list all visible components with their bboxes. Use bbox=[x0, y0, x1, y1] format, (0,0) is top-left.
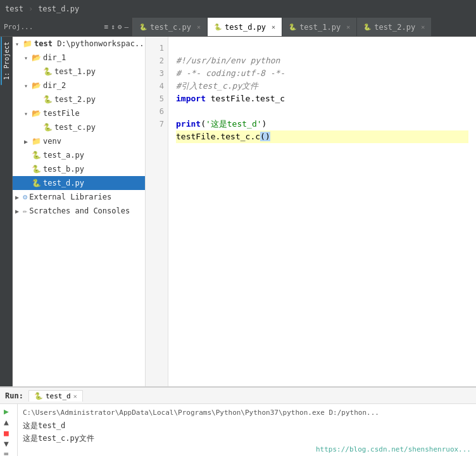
tab-label-test-c: test_c.py bbox=[150, 23, 191, 32]
arrow-scratches: ▶ bbox=[15, 208, 23, 215]
tree-label-ext-libs: External Libraries bbox=[29, 193, 111, 201]
folder-icon-dir-1: 📂 bbox=[32, 53, 41, 62]
tab-icon-test-1: 🐍 bbox=[289, 23, 296, 30]
tab-icon-test-d: 🐍 bbox=[214, 23, 222, 30]
run-stop-btn[interactable]: ■ bbox=[0, 428, 13, 438]
run-tab-icon: 🐍 bbox=[34, 392, 43, 400]
arrow-dir-2: ▾ bbox=[24, 82, 32, 89]
code-container: 1 2 3 4 5 6 7 #!/usr/bin/env python # -*… bbox=[146, 37, 476, 386]
tab-label-test-1: test_1.py bbox=[299, 23, 341, 32]
folder-icon-testfile: 📂 bbox=[32, 109, 41, 118]
run-output-line-1: 这是test_d bbox=[23, 419, 471, 432]
line-num-1: 1 bbox=[146, 42, 168, 54]
tree-item-dir-2[interactable]: ▾ 📂 dir_2 bbox=[13, 79, 145, 92]
arrow-venv: ▶ bbox=[24, 138, 32, 145]
py-icon-test-c: 🐍 bbox=[43, 123, 53, 132]
tree-item-ext-libs[interactable]: ▶ ⚙ External Libraries bbox=[13, 190, 145, 204]
arrow-testfile: ▾ bbox=[24, 110, 32, 117]
line-num-3: 3 bbox=[146, 67, 168, 80]
run-tab-close[interactable]: ✕ bbox=[73, 393, 77, 400]
run-panel-header: Run: 🐍 test_d ✕ bbox=[0, 388, 476, 404]
code-line-1: #!/usr/bin/env python bbox=[176, 56, 280, 65]
tree-item-test-a-py[interactable]: 🐍 test_a.py bbox=[13, 148, 145, 162]
code-line-4: import testFile.test_c bbox=[176, 94, 285, 103]
tabs-container: 🐍 test_c.py ✕ 🐍 test_d.py ✕ 🐍 test_1.py … bbox=[133, 18, 432, 36]
run-panel: Run: 🐍 test_d ✕ ▶ ▲ ■ ▼ ≡ C:\Users\Admin… bbox=[0, 386, 476, 456]
line-numbers: 1 2 3 4 5 6 7 bbox=[146, 37, 168, 386]
run-output-wrapper: C:\Users\Administrator\AppData\Local\Pro… bbox=[18, 404, 476, 456]
run-play-btn[interactable]: ▶ bbox=[0, 407, 13, 416]
tree-label-test-b-py: test_b.py bbox=[43, 165, 84, 174]
folder-icon-dir-2: 📂 bbox=[32, 81, 41, 90]
tree-label-test-root: test D:\pythonworkspac... bbox=[34, 39, 145, 48]
tab-test-2[interactable]: 🐍 test_2.py ✕ bbox=[357, 18, 432, 36]
tree-item-test-d-py[interactable]: 🐍 test_d.py bbox=[13, 176, 145, 190]
arrow-ext-libs: ▶ bbox=[15, 194, 23, 201]
top-bar: test › test_d.py bbox=[0, 0, 476, 18]
left-tab-bar: 1: Project bbox=[0, 37, 13, 386]
editor-area: 1 2 3 4 5 6 7 #!/usr/bin/env python # -*… bbox=[146, 37, 476, 386]
sidebar: ▾ 📁 test D:\pythonworkspac... ▾ 📂 dir_1 … bbox=[13, 37, 146, 386]
tree-label-testfile: testFile bbox=[43, 109, 80, 118]
arrow-dir-1: ▾ bbox=[24, 54, 32, 61]
line-num-7: 7 bbox=[146, 118, 168, 130]
sidebar-scroll: ▾ 📁 test D:\pythonworkspac... ▾ 📂 dir_1 … bbox=[13, 37, 145, 386]
code-line-3: #引入test_c.py文件 bbox=[176, 81, 258, 91]
tab-icon-test-c: 🐍 bbox=[139, 23, 147, 30]
run-output-cmd: C:\Users\Administrator\AppData\Local\Pro… bbox=[23, 407, 471, 419]
py-icon-test-b: 🐍 bbox=[32, 165, 41, 174]
run-tab-test-d[interactable]: 🐍 test_d ✕ bbox=[28, 390, 83, 402]
tree-item-venv[interactable]: ▶ 📁 venv bbox=[13, 134, 145, 148]
sync-icon[interactable]: ≡ bbox=[104, 23, 109, 31]
minimize-icon[interactable]: — bbox=[124, 23, 128, 31]
tab-close-test-c[interactable]: ✕ bbox=[197, 23, 201, 30]
tab-label-test-2: test_2.py bbox=[374, 23, 415, 32]
tree-label-test-d-py: test_d.py bbox=[43, 179, 84, 187]
tab-close-test-d[interactable]: ✕ bbox=[272, 23, 275, 30]
left-tab-project[interactable]: 1: Project bbox=[1, 37, 11, 85]
line-num-5: 5 bbox=[146, 92, 168, 105]
tree-item-test-c-py[interactable]: 🐍 test_c.py bbox=[13, 120, 145, 134]
run-down-btn[interactable]: ▼ bbox=[0, 439, 13, 448]
code-line-2: # -*- coding:utf-8 -*- bbox=[176, 68, 285, 78]
run-watermark: https://blog.csdn.net/shenshenruox... bbox=[316, 445, 471, 453]
tree-item-test-root[interactable]: ▾ 📁 test D:\pythonworkspac... bbox=[13, 37, 145, 51]
arrow-test-root: ▾ bbox=[15, 41, 23, 48]
tab-bar: Proj... ≡ ↕ ⚙ — 🐍 test_c.py ✕ 🐍 test_d.p… bbox=[0, 18, 476, 37]
tree-label-dir-1: dir_1 bbox=[43, 53, 66, 62]
sort-icon[interactable]: ↕ bbox=[111, 23, 115, 31]
top-project-label: test bbox=[5, 4, 23, 13]
tree-item-test-2-py[interactable]: 🐍 test_2.py bbox=[13, 92, 145, 106]
tree-label-test-a-py: test_a.py bbox=[43, 151, 84, 160]
run-wrap-btn[interactable]: ≡ bbox=[0, 450, 13, 456]
py-icon-test-a: 🐍 bbox=[32, 151, 41, 160]
tab-test-1[interactable]: 🐍 test_1.py ✕ bbox=[282, 18, 357, 36]
code-line-6: print('这是test_d') bbox=[176, 119, 266, 129]
project-panel-header: Proj... ≡ ↕ ⚙ — bbox=[0, 18, 133, 36]
tree-item-dir-1[interactable]: ▾ 📂 dir_1 bbox=[13, 51, 145, 65]
top-separator: › bbox=[28, 4, 33, 13]
settings-icon[interactable]: ⚙ bbox=[118, 23, 122, 31]
scratches-icon: ✏ bbox=[23, 206, 27, 215]
tab-test-c[interactable]: 🐍 test_c.py ✕ bbox=[133, 18, 208, 36]
tree-item-testfile[interactable]: ▾ 📂 testFile bbox=[13, 106, 145, 120]
tree-item-test-1-py[interactable]: 🐍 test_1.py bbox=[13, 65, 145, 79]
tab-close-test-1[interactable]: ✕ bbox=[346, 23, 350, 30]
tree-item-scratches[interactable]: ▶ ✏ Scratches and Consoles bbox=[13, 204, 145, 218]
tab-close-test-2[interactable]: ✕ bbox=[421, 23, 425, 30]
tree-label-scratches: Scratches and Consoles bbox=[29, 206, 130, 215]
run-output-line-2: 这是test_c.py文件 bbox=[23, 432, 471, 445]
tab-test-d[interactable]: 🐍 test_d.py ✕ bbox=[208, 18, 282, 36]
run-content: ▶ ▲ ■ ▼ ≡ C:\Users\Administrator\AppData… bbox=[0, 404, 476, 456]
header-icons: ≡ ↕ ⚙ — bbox=[104, 23, 129, 31]
tab-label-test-d: test_d.py bbox=[225, 23, 266, 32]
tree-label-test-c-py: test_c.py bbox=[54, 123, 96, 132]
top-file-label: test_d.py bbox=[38, 4, 79, 13]
line-num-6: 6 bbox=[146, 105, 168, 118]
tree-label-venv: venv bbox=[43, 137, 61, 146]
run-tab-label: test_d bbox=[46, 392, 71, 400]
code-content[interactable]: #!/usr/bin/env python # -*- coding:utf-8… bbox=[168, 37, 476, 386]
tree-item-test-b-py[interactable]: 🐍 test_b.py bbox=[13, 162, 145, 176]
run-up-btn[interactable]: ▲ bbox=[0, 417, 13, 427]
code-line-7: testFile.test_c.c() bbox=[176, 132, 468, 141]
